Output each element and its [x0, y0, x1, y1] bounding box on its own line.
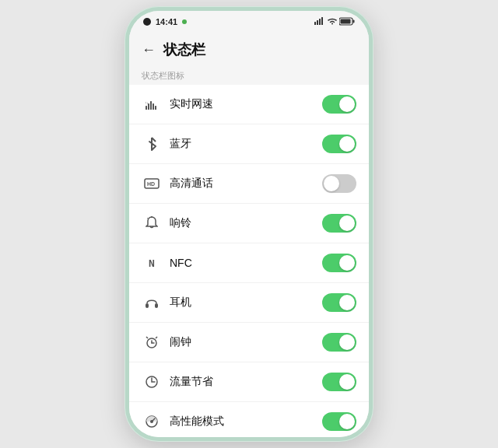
camera-dot	[143, 18, 151, 26]
item-label-data-saver: 流量节省	[170, 375, 322, 389]
svg-rect-18	[155, 303, 158, 308]
svg-rect-10	[153, 103, 154, 110]
settings-list: ↑↓实时网速蓝牙HD高清通话响铃NNFC耳机闹钟流量节省高性能模式免打扰VPNV…	[129, 85, 369, 437]
settings-item-alarm: 闹钟	[129, 323, 369, 362]
item-label-hd-call: 高清通话	[170, 177, 322, 191]
speed-icon: ↑↓	[142, 98, 162, 110]
svg-text:HD: HD	[147, 181, 155, 187]
svg-rect-1	[317, 20, 318, 25]
toggle-knob-realtime-speed	[339, 96, 355, 112]
toggle-realtime-speed[interactable]	[322, 95, 356, 114]
item-label-nfc: NFC	[170, 257, 322, 269]
phone-screen: 14:41	[129, 11, 369, 437]
settings-item-ringtone: 响铃	[129, 204, 369, 243]
toggle-headphone[interactable]	[322, 293, 356, 312]
svg-line-22	[146, 337, 148, 338]
svg-rect-0	[314, 22, 316, 25]
toggle-knob-nfc	[339, 255, 355, 271]
svg-line-23	[156, 337, 157, 338]
status-bar-right	[314, 17, 355, 27]
toggle-performance[interactable]	[322, 412, 356, 431]
status-dot	[182, 19, 187, 24]
toggle-knob-ringtone	[339, 215, 355, 231]
nfc-icon: N	[142, 257, 162, 269]
toggle-data-saver[interactable]	[322, 373, 356, 391]
alarm-icon	[142, 335, 162, 349]
wifi-icon	[328, 18, 337, 26]
toggle-nfc[interactable]	[322, 254, 356, 272]
datasaver-icon	[142, 375, 162, 389]
svg-rect-5	[353, 19, 355, 23]
status-bar: 14:41	[129, 11, 369, 33]
bluetooth-icon	[142, 137, 162, 151]
svg-rect-6	[341, 19, 351, 23]
svg-rect-2	[319, 19, 321, 25]
settings-item-hd-call: HD高清通话	[129, 164, 369, 204]
page-title: 状态栏	[163, 40, 205, 59]
headphone-icon	[142, 296, 162, 309]
battery-icon	[339, 17, 355, 27]
toggle-knob-alarm	[339, 334, 355, 350]
status-bar-left: 14:41	[143, 17, 187, 26]
settings-item-bluetooth: 蓝牙	[129, 124, 369, 164]
back-button[interactable]: ←	[142, 42, 156, 58]
signal-icon	[314, 17, 325, 26]
phone-shell: 14:41	[124, 6, 374, 442]
svg-text:↑↓: ↑↓	[145, 100, 149, 105]
topbar: ← 状态栏	[129, 33, 369, 65]
item-label-realtime-speed: 实时网速	[170, 97, 322, 111]
hd-icon: HD	[142, 178, 162, 189]
svg-line-16	[147, 218, 148, 219]
toggle-knob-headphone	[339, 295, 355, 310]
settings-item-performance: 高性能模式	[129, 402, 369, 437]
toggle-knob-bluetooth	[339, 136, 355, 152]
item-label-bluetooth: 蓝牙	[170, 137, 322, 151]
performance-icon	[142, 415, 162, 429]
content-area: ↑↓实时网速蓝牙HD高清通话响铃NNFC耳机闹钟流量节省高性能模式免打扰VPNV…	[129, 85, 369, 437]
toggle-alarm[interactable]	[322, 333, 356, 352]
status-time: 14:41	[156, 17, 177, 26]
svg-rect-11	[155, 106, 156, 110]
settings-item-nfc: NNFC	[129, 243, 369, 283]
svg-rect-3	[321, 17, 323, 25]
toggle-bluetooth[interactable]	[322, 135, 356, 153]
svg-rect-9	[150, 101, 152, 110]
toggle-hd-call[interactable]	[322, 174, 356, 193]
item-label-headphone: 耳机	[170, 296, 322, 310]
item-label-alarm: 闹钟	[170, 335, 322, 349]
svg-rect-7	[146, 106, 147, 110]
svg-rect-17	[146, 303, 149, 308]
item-label-performance: 高性能模式	[170, 415, 322, 429]
toggle-knob-data-saver	[339, 374, 355, 390]
toggle-knob-hd-call	[324, 176, 339, 191]
item-label-ringtone: 响铃	[170, 216, 322, 230]
settings-item-realtime-speed: ↑↓实时网速	[129, 85, 369, 124]
settings-item-headphone: 耳机	[129, 283, 369, 323]
section-label: 状态栏图标	[129, 65, 369, 85]
bell-icon	[142, 216, 162, 230]
toggle-knob-performance	[339, 414, 355, 429]
settings-item-data-saver: 流量节省	[129, 362, 369, 402]
toggle-ringtone[interactable]	[322, 214, 356, 233]
